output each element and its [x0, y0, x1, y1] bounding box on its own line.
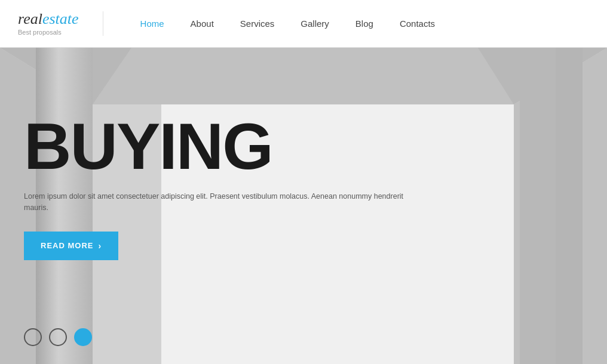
- chevron-right-icon: ›: [98, 241, 102, 251]
- logo-estate: estate: [42, 10, 79, 27]
- slider-dots: [24, 328, 92, 346]
- logo-tagline: Best proposals: [18, 29, 79, 36]
- nav-item-gallery[interactable]: Gallery: [287, 0, 342, 48]
- read-more-button[interactable]: READ MORE ›: [24, 232, 118, 260]
- nav-item-services[interactable]: Services: [227, 0, 288, 48]
- hero-section: BUYING Lorem ipsum dolor sit amet consec…: [0, 48, 607, 364]
- logo-text: realestate: [18, 11, 79, 27]
- hero-content: BUYING Lorem ipsum dolor sit amet consec…: [0, 48, 418, 260]
- slider-dot-3[interactable]: [74, 328, 92, 346]
- slider-dot-2[interactable]: [49, 328, 67, 346]
- hero-description: Lorem ipsum dolor sit amet consectetuer …: [24, 191, 418, 214]
- logo-real: real: [18, 10, 42, 27]
- nav-item-blog[interactable]: Blog: [342, 0, 387, 48]
- read-more-label: READ MORE: [41, 241, 93, 250]
- logo: realestate Best proposals: [18, 11, 103, 36]
- slider-dot-1[interactable]: [24, 328, 42, 346]
- nav-item-home[interactable]: Home: [127, 0, 177, 48]
- nav-item-contacts[interactable]: Contacts: [387, 0, 448, 48]
- main-nav: Home About Services Gallery Blog Contact…: [127, 0, 449, 48]
- header: realestate Best proposals Home About Ser…: [0, 0, 607, 48]
- hero-title: BUYING: [24, 113, 418, 179]
- nav-item-about[interactable]: About: [177, 0, 227, 48]
